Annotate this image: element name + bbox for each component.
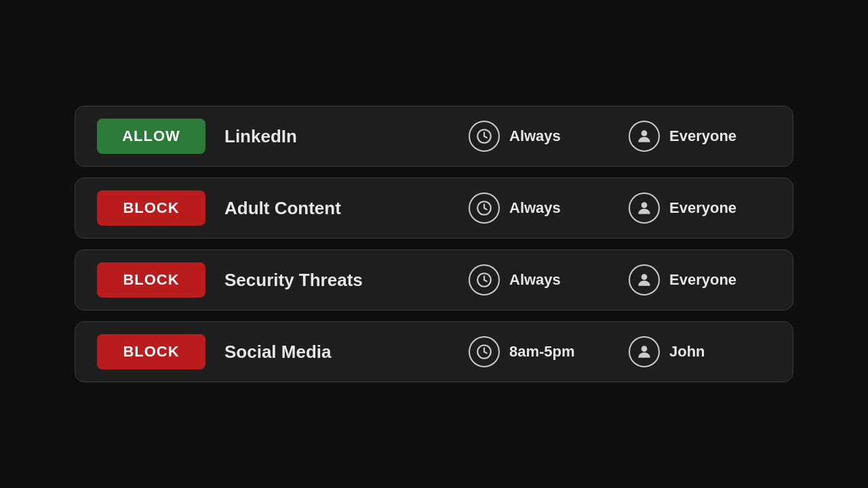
svg-line-6 bbox=[484, 208, 487, 209]
clock-icon bbox=[469, 336, 500, 367]
action-badge-block: BLOCK bbox=[97, 262, 205, 298]
rules-list: ALLOW LinkedIn Always bbox=[75, 106, 793, 382]
rule-schedule: Always bbox=[469, 121, 618, 152]
schedule-label: Always bbox=[509, 199, 561, 217]
clock-icon bbox=[469, 264, 500, 296]
svg-point-11 bbox=[642, 274, 648, 280]
schedule-label: Always bbox=[509, 127, 561, 145]
rule-schedule: Always bbox=[469, 264, 618, 296]
rule-audience: Everyone bbox=[629, 192, 771, 224]
schedule-label: Always bbox=[509, 271, 561, 289]
rule-name: Security Threats bbox=[224, 270, 469, 291]
audience-label: John bbox=[669, 343, 705, 361]
rule-name: LinkedIn bbox=[224, 126, 469, 147]
action-badge-allow: ALLOW bbox=[97, 119, 205, 154]
svg-line-2 bbox=[484, 136, 487, 138]
rule-card[interactable]: BLOCK Security Threats Always bbox=[75, 249, 793, 310]
svg-line-10 bbox=[484, 280, 487, 281]
clock-icon bbox=[469, 121, 500, 152]
rule-name: Social Media bbox=[224, 342, 469, 363]
rule-audience: Everyone bbox=[629, 264, 771, 296]
user-icon bbox=[629, 264, 660, 296]
schedule-label: 8am-5pm bbox=[509, 343, 575, 361]
rule-audience: John bbox=[629, 336, 771, 367]
rule-card[interactable]: ALLOW LinkedIn Always bbox=[75, 106, 793, 167]
svg-line-14 bbox=[484, 352, 487, 353]
rule-schedule: Always bbox=[469, 192, 618, 224]
rule-audience: Everyone bbox=[629, 121, 771, 152]
action-badge-block: BLOCK bbox=[97, 334, 205, 369]
rule-card[interactable]: BLOCK Adult Content Always bbox=[75, 178, 793, 239]
user-icon bbox=[629, 336, 660, 367]
user-icon bbox=[629, 192, 660, 224]
svg-point-3 bbox=[642, 130, 648, 136]
user-icon bbox=[629, 121, 660, 152]
audience-label: Everyone bbox=[669, 271, 736, 289]
rule-schedule: 8am-5pm bbox=[469, 336, 618, 367]
rule-card[interactable]: BLOCK Social Media 8am-5pm bbox=[75, 321, 793, 382]
clock-icon bbox=[469, 192, 500, 224]
svg-point-7 bbox=[642, 202, 648, 208]
audience-label: Everyone bbox=[669, 199, 736, 217]
audience-label: Everyone bbox=[669, 127, 736, 145]
svg-point-15 bbox=[642, 346, 648, 352]
rule-name: Adult Content bbox=[224, 198, 469, 219]
action-badge-block: BLOCK bbox=[97, 190, 205, 226]
